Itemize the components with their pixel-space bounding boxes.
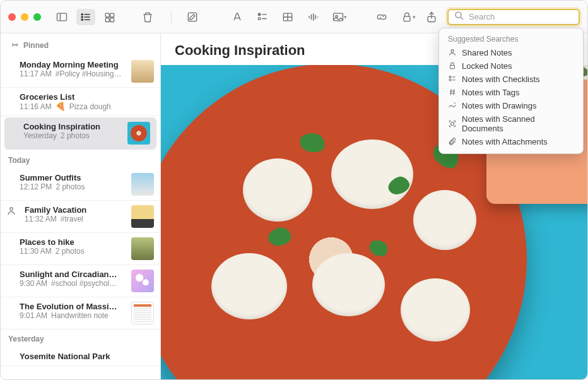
note-time: 11:16 AM <box>20 102 52 111</box>
chevron-down-icon: ▾ <box>344 14 347 20</box>
suggested-search-item[interactable]: Shared Notes <box>439 46 583 59</box>
svg-point-29 <box>456 12 461 18</box>
delete-note-button[interactable] <box>138 9 157 25</box>
note-emoji: 🍕 <box>56 102 66 111</box>
note-thumbnail <box>131 205 154 228</box>
section-pinned: Pinned <box>1 33 160 56</box>
note-title: Places to hike <box>20 237 126 247</box>
suggested-search-label: Notes with Tags <box>462 88 520 97</box>
note-title: Cooking Inspiration <box>23 122 122 131</box>
note-time: 11:17 AM <box>20 69 52 78</box>
suggested-search-label: Notes with Scanned Documents <box>462 114 574 133</box>
note-list-item[interactable]: Summer Outfits12:12 PM2 photos <box>1 169 160 201</box>
gallery-view-button[interactable] <box>100 9 119 25</box>
svg-point-35 <box>449 79 451 81</box>
svg-rect-8 <box>105 13 109 17</box>
section-today: Today <box>1 151 160 169</box>
note-snippet: #school #psychol… <box>51 279 117 288</box>
note-snippet: 2 photos <box>61 131 90 140</box>
draw-icon <box>448 101 457 110</box>
svg-rect-10 <box>105 18 109 21</box>
link-note-button[interactable] <box>372 9 391 25</box>
note-list-item[interactable]: Family Vacation11:32 AM#travel <box>1 201 160 233</box>
note-thumbnail <box>131 173 154 196</box>
checklist-button[interactable] <box>253 9 272 25</box>
minimize-window-button[interactable] <box>21 13 28 21</box>
search-field[interactable] <box>447 9 580 25</box>
note-list-item[interactable]: Yosemite National Park <box>1 347 160 366</box>
note-title: Sunlight and Circadian… <box>20 270 126 279</box>
notes-list-sidebar: Pinned Monday Morning Meeting11:17 AM#Po… <box>1 33 161 379</box>
note-list-item[interactable]: Monday Morning Meeting11:17 AM#Policy #H… <box>1 56 160 88</box>
suggested-search-item[interactable]: Notes with Checklists <box>439 73 583 86</box>
svg-rect-11 <box>110 18 114 21</box>
note-title: The Evolution of Massi… <box>20 302 126 311</box>
note-time: 12:12 PM <box>20 182 52 191</box>
note-time: 9:30 AM <box>20 279 47 288</box>
note-thumbnail <box>131 60 154 83</box>
list-view-button[interactable] <box>76 9 95 25</box>
note-thumbnail <box>127 122 150 145</box>
toggle-sidebar-button[interactable] <box>52 9 71 25</box>
svg-point-6 <box>81 19 83 20</box>
svg-point-15 <box>258 17 261 20</box>
note-thumbnail <box>131 302 154 324</box>
section-label: Pinned <box>23 41 49 50</box>
new-note-button[interactable] <box>183 9 202 25</box>
audio-button[interactable] <box>303 9 322 25</box>
note-title: Monday Morning Meeting <box>20 60 126 69</box>
suggested-search-label: Shared Notes <box>462 48 512 57</box>
window-controls <box>8 13 41 21</box>
note-time: 11:30 AM <box>20 247 52 256</box>
section-label: Today <box>8 156 30 165</box>
suggested-search-label: Notes with Drawings <box>462 101 537 110</box>
note-snippet: #Policy #Housing… <box>56 69 122 78</box>
svg-line-40 <box>454 89 454 95</box>
note-snippet: Handwritten note <box>51 311 109 320</box>
suggested-search-item[interactable]: Notes with Attachments <box>439 135 583 148</box>
pin-icon <box>8 39 20 52</box>
note-list-item[interactable]: Sunlight and Circadian…9:30 AM#school #p… <box>1 265 160 297</box>
svg-point-4 <box>81 16 83 17</box>
note-list-item[interactable]: The Evolution of Massi…9:01 AMHandwritte… <box>1 297 160 330</box>
suggested-search-item[interactable]: Notes with Drawings <box>439 99 583 112</box>
search-icon <box>454 10 465 24</box>
clip-icon <box>448 137 457 146</box>
svg-point-33 <box>449 76 451 78</box>
note-time: 11:32 AM <box>25 215 57 223</box>
note-thumbnail <box>131 237 154 260</box>
note-thumbnail <box>131 270 154 292</box>
svg-line-30 <box>461 17 463 20</box>
scan-icon <box>448 119 457 128</box>
svg-point-31 <box>451 50 454 52</box>
svg-rect-9 <box>110 13 114 17</box>
note-time: 9:01 AM <box>20 311 47 320</box>
zoom-window-button[interactable] <box>33 13 41 21</box>
search-suggestions-dropdown: Suggested Searches Shared NotesLocked No… <box>438 28 584 154</box>
note-title: Summer Outfits <box>20 173 126 182</box>
note-title: Family Vacation <box>25 205 126 215</box>
checklist-icon <box>448 74 457 83</box>
suggested-search-item[interactable]: Locked Notes <box>439 59 583 73</box>
suggested-search-item[interactable]: Notes with Scanned Documents <box>439 112 583 135</box>
section-label: Yesterday <box>8 335 44 343</box>
note-title: Yosemite National Park <box>20 352 154 361</box>
svg-rect-32 <box>450 65 455 68</box>
share-button[interactable] <box>422 9 441 25</box>
note-list-item[interactable]: Groceries List11:16 AM🍕Pizza dough <box>1 88 160 116</box>
person-icon <box>448 48 457 57</box>
hash-icon <box>448 88 457 97</box>
table-button[interactable] <box>278 9 297 25</box>
note-title: Groceries List <box>20 92 154 102</box>
suggested-search-item[interactable]: Notes with Tags <box>439 86 583 99</box>
note-snippet: 2 photos <box>56 247 85 256</box>
section-yesterday: Yesterday <box>1 330 160 347</box>
note-list-item[interactable]: Cooking InspirationYesterday2 photos <box>4 117 156 150</box>
shared-icon <box>6 205 17 217</box>
note-list-item[interactable]: Places to hike11:30 AM2 photos <box>1 233 160 265</box>
note-snippet: #travel <box>61 215 83 223</box>
search-input[interactable] <box>469 12 575 21</box>
close-window-button[interactable] <box>8 13 16 21</box>
format-button[interactable] <box>228 9 247 25</box>
svg-rect-27 <box>404 16 410 21</box>
